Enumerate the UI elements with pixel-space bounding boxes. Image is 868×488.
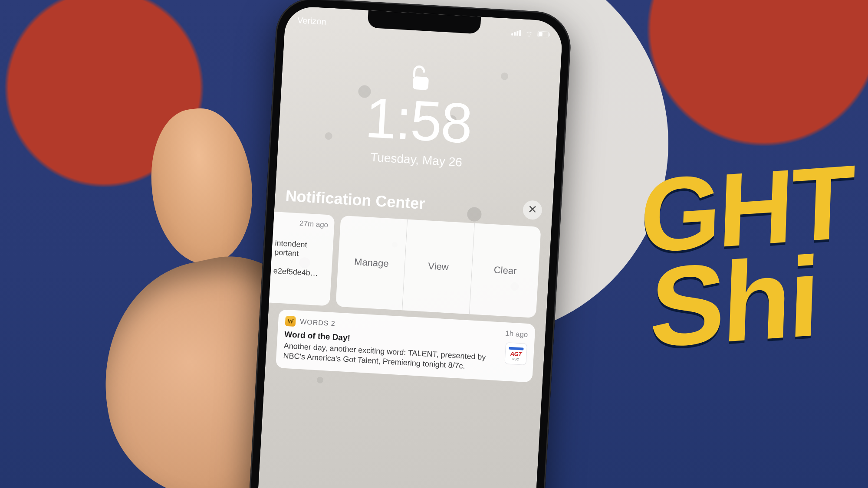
notification-timestamp: 27m ago — [299, 219, 328, 229]
photo-background: GHTShi Verizon — [0, 0, 868, 488]
svg-rect-3 — [519, 30, 521, 36]
notification-center-title: Notification Center — [285, 187, 426, 213]
app-name-label: WORDS 2 — [300, 318, 336, 328]
app-icon: W — [285, 316, 296, 327]
battery-icon — [537, 31, 551, 38]
notification-actions: Manage View Clear — [335, 216, 541, 318]
wifi-icon — [524, 29, 534, 37]
svg-rect-7 — [412, 76, 429, 90]
lockscreen-time: 1:58 — [278, 84, 559, 157]
view-button[interactable]: View — [402, 219, 474, 314]
svg-rect-0 — [511, 33, 513, 36]
close-icon — [528, 205, 537, 216]
notification-attachment-thumbnail: AGT NBC — [504, 342, 527, 365]
notification-timestamp: 1h ago — [505, 329, 528, 339]
carrier-label: Verizon — [297, 15, 327, 27]
swiped-notification-card[interactable]: 27m ago intendent portant e2ef5de4b… — [269, 212, 335, 306]
phone-chassis: Verizon — [243, 0, 572, 488]
phone-screen[interactable]: Verizon — [253, 6, 563, 488]
svg-rect-1 — [514, 32, 516, 36]
attachment-logo-text: AGT — [510, 350, 522, 357]
svg-rect-2 — [516, 31, 519, 36]
notification-card[interactable]: W WORDS 2 1h ago Word of the Day! Anothe… — [276, 309, 536, 383]
clear-button[interactable]: Clear — [469, 223, 541, 318]
manage-button[interactable]: Manage — [335, 216, 407, 310]
svg-rect-5 — [549, 33, 550, 36]
poster-lettering: GHTShi — [636, 157, 854, 357]
attachment-broadcaster: NBC — [512, 357, 519, 361]
clear-all-button[interactable] — [523, 200, 542, 220]
cellular-signal-icon — [511, 29, 521, 36]
svg-rect-6 — [539, 32, 543, 36]
unlock-icon — [410, 64, 432, 92]
swiped-notification-row: 27m ago intendent portant e2ef5de4b… Man… — [269, 212, 541, 318]
